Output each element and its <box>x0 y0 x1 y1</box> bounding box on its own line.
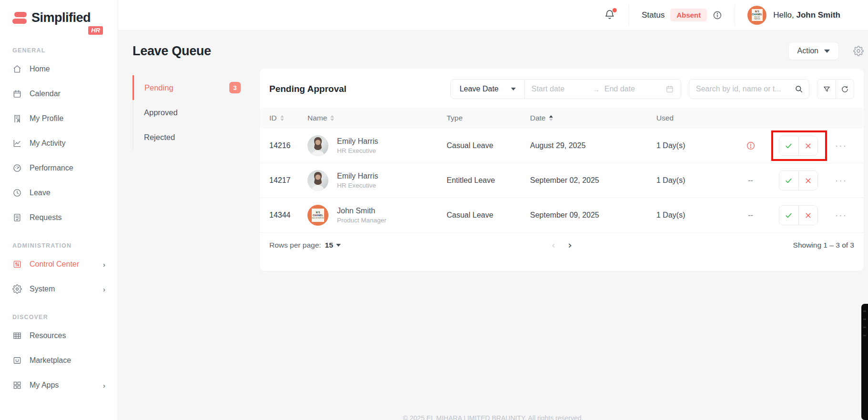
prev-page-button[interactable]: ‹ <box>551 240 555 251</box>
sidebar-section-label: ADMINISTRATION <box>12 242 118 249</box>
sliders-icon <box>12 260 22 269</box>
logo-hr-badge: HR <box>88 26 103 35</box>
approve-button[interactable] <box>779 206 798 225</box>
leave-date: September 02, 2025 <box>530 176 656 185</box>
column-header-date[interactable]: Date <box>530 114 656 122</box>
sidebar-item-label: System <box>30 285 55 293</box>
sidebar-item-performance[interactable]: Performance <box>12 156 118 180</box>
tab-label: Approved <box>144 108 178 117</box>
sidebar-item-home[interactable]: Home <box>12 57 118 81</box>
column-header-used: Used <box>656 114 733 122</box>
filter-funnel-icon[interactable] <box>817 80 836 99</box>
employee-role: Product Manager <box>337 217 387 224</box>
table-row: 14217Emily HarrisHR ExecutiveEntitled Le… <box>260 163 864 198</box>
table-row: 14216Emily HarrisHR ExecutiveCasual Leav… <box>260 129 864 163</box>
leave-date: August 29, 2025 <box>530 141 656 150</box>
column-label: Used <box>656 114 674 122</box>
approve-button[interactable] <box>779 171 798 190</box>
calendar-icon[interactable] <box>665 85 674 93</box>
divider <box>735 5 735 26</box>
avatar-chanel: N°5CHANELEAU DE PARFUM <box>307 205 328 226</box>
approve-reject-group <box>779 136 818 156</box>
sidebar-item-label: Requests <box>30 213 62 222</box>
rows-per-page-select[interactable]: 15 <box>325 241 341 250</box>
table-icon <box>12 331 22 340</box>
sidebar-item-label: Performance <box>30 164 73 172</box>
sidebar-item-my-apps[interactable]: My Apps› <box>12 373 118 398</box>
sidebar: Simplified HR GENERALHomeCalendarMy Prof… <box>0 0 118 420</box>
status-label: Status <box>642 10 664 20</box>
main-content: Leave Queue Action Pending3ApprovedRejec… <box>118 30 868 420</box>
topbar: Status Absent N°5CHANELEAU DE PARFUM Hel… <box>118 0 868 30</box>
clock-icon <box>12 188 22 198</box>
employee-role: HR Executive <box>337 147 378 154</box>
home-icon <box>12 64 22 74</box>
column-header-name[interactable]: Name <box>307 114 447 122</box>
sidebar-item-my-profile[interactable]: My Profile <box>12 106 118 131</box>
chevron-right-icon: › <box>103 260 105 269</box>
reject-button[interactable] <box>798 171 817 190</box>
sidebar-item-marketplace[interactable]: Marketplace <box>12 348 118 373</box>
status-group: Status Absent <box>642 9 722 21</box>
pagination: Rows per page: 15 ‹ › Showing 1 – 3 of 3 <box>260 233 864 260</box>
app-logo: Simplified HR <box>12 10 103 35</box>
table-row: 14344N°5CHANELEAU DE PARFUMJohn SmithPro… <box>260 198 864 233</box>
rows-per-page-label: Rows per page: <box>269 241 321 250</box>
sidebar-item-leave[interactable]: Leave <box>12 180 118 205</box>
approve-button[interactable] <box>779 136 798 155</box>
tab-pending[interactable]: Pending3 <box>133 75 260 100</box>
sidebar-item-calendar[interactable]: Calendar <box>12 81 118 106</box>
chevron-down-icon <box>511 88 516 90</box>
more-actions-button[interactable]: ··· <box>828 175 854 186</box>
reject-button[interactable] <box>798 136 817 155</box>
actions-cell <box>768 170 828 190</box>
search-icon[interactable] <box>795 85 803 93</box>
user-greeting: Hello, John Smith <box>773 10 840 20</box>
sidebar-item-requests[interactable]: Requests <box>12 205 118 230</box>
leave-type: Casual Leave <box>447 141 530 150</box>
calendar-icon <box>12 89 22 99</box>
table-tools <box>817 79 854 99</box>
column-label: Date <box>530 114 546 122</box>
more-actions-button[interactable]: ··· <box>828 140 854 151</box>
tab-label: Rejected <box>144 133 175 142</box>
column-label: Type <box>447 114 463 122</box>
sidebar-item-label: Calendar <box>30 90 61 98</box>
sidebar-item-label: Marketplace <box>30 356 71 365</box>
column-header-type: Type <box>447 114 530 122</box>
column-header-id[interactable]: ID <box>269 114 307 122</box>
sidebar-item-system[interactable]: System› <box>12 277 118 301</box>
start-date-input[interactable] <box>531 85 588 93</box>
chevron-right-icon: › <box>103 285 105 293</box>
user-menu[interactable]: N°5CHANELEAU DE PARFUM Hello, John Smith <box>747 6 840 25</box>
warning-icon[interactable] <box>746 141 756 150</box>
date-type-select[interactable]: Leave Date <box>451 80 525 99</box>
status-badge: Absent <box>670 9 707 21</box>
search-input[interactable] <box>696 85 795 93</box>
column-label: ID <box>269 114 277 122</box>
leave-id: 14216 <box>269 141 307 150</box>
divider <box>629 5 629 26</box>
action-dropdown-button[interactable]: Action <box>788 42 839 60</box>
sidebar-item-control-center[interactable]: Control Center› <box>12 252 118 277</box>
refresh-icon[interactable] <box>836 80 854 99</box>
employee-role: HR Executive <box>337 182 378 189</box>
sidebar-item-my-activity[interactable]: My Activity <box>12 131 118 156</box>
gear-icon <box>12 284 22 294</box>
sidebar-item-label: Leave <box>30 189 51 197</box>
next-page-button[interactable]: › <box>568 240 572 251</box>
more-actions-button[interactable]: ··· <box>828 210 854 220</box>
tab-approved[interactable]: Approved <box>133 100 260 125</box>
sidebar-item-resources[interactable]: Resources <box>12 323 118 348</box>
notifications-bell-icon[interactable] <box>604 9 616 21</box>
warning-cell <box>733 141 768 150</box>
showing-count: Showing 1 – 3 of 3 <box>793 241 854 250</box>
settings-gear-icon[interactable] <box>853 46 864 56</box>
scroll-widget-bar <box>861 304 868 420</box>
info-icon[interactable] <box>713 10 722 20</box>
reject-button[interactable] <box>798 206 817 225</box>
used-days: 1 Day(s) <box>656 211 733 220</box>
tab-rejected[interactable]: Rejected <box>133 125 260 150</box>
end-date-input[interactable] <box>604 85 661 93</box>
logo-text: Simplified <box>31 10 91 25</box>
